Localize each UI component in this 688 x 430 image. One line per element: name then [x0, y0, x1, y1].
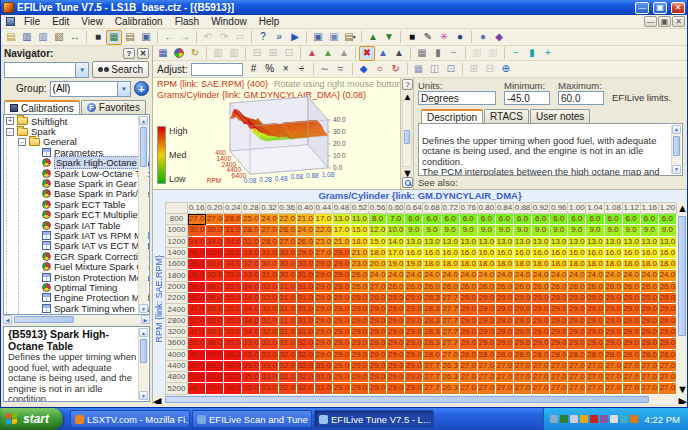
table-cell[interactable]: 24.0: [640, 270, 658, 281]
table-cell[interactable]: 29.0: [332, 383, 350, 394]
table-cell[interactable]: 29.0: [495, 304, 513, 315]
table-cell[interactable]: 29.0: [405, 360, 423, 371]
table-cell[interactable]: 24.0: [459, 270, 477, 281]
table-cell[interactable]: 26.0: [550, 281, 568, 292]
table-cell[interactable]: 34.0: [242, 281, 260, 292]
table-cell[interactable]: 9.0: [423, 225, 441, 236]
scroll-left-icon[interactable]: ◀: [153, 395, 161, 404]
back-icon[interactable]: ←: [161, 30, 177, 45]
table-cell[interactable]: 36.0: [206, 293, 224, 304]
scroll-down-icon[interactable]: ▼: [402, 167, 412, 176]
table-cell[interactable]: 18.0: [513, 259, 531, 270]
table-cell[interactable]: 6.0: [513, 214, 531, 225]
help-book-icon[interactable]: ◆: [491, 30, 507, 45]
table-cell[interactable]: 18.0: [495, 259, 513, 270]
table-cell[interactable]: 9.0: [568, 225, 586, 236]
remove-column-icon[interactable]: ⊟: [482, 62, 498, 77]
table-cell[interactable]: 29.0: [550, 338, 568, 349]
table-cell[interactable]: 18.0: [477, 259, 495, 270]
table-cell[interactable]: 29.0: [332, 259, 350, 270]
column-header[interactable]: 1.16: [640, 203, 658, 214]
table-cell[interactable]: 27.0: [513, 360, 531, 371]
table-cell[interactable]: 24.0: [441, 270, 459, 281]
table-horizontal-scrollbar[interactable]: ◀ ▶: [153, 395, 687, 404]
table-cell[interactable]: 29.0: [658, 304, 676, 315]
table-cell[interactable]: 29.0: [369, 383, 387, 394]
table-cell[interactable]: 36.0: [188, 338, 206, 349]
table-cell[interactable]: 26.3: [441, 372, 459, 383]
tree-item[interactable]: Spark ECT Table: [6, 199, 137, 209]
table-cell[interactable]: 33.0: [242, 247, 260, 258]
table-cell[interactable]: 36.0: [206, 338, 224, 349]
table-cell[interactable]: 35.0: [224, 293, 242, 304]
table-cell[interactable]: 29.0: [314, 293, 332, 304]
table-cell[interactable]: 18.0: [586, 259, 604, 270]
table-cell[interactable]: 39.0: [206, 360, 224, 371]
reset-region-icon[interactable]: ↻: [388, 62, 404, 77]
table-cell[interactable]: 26.0: [459, 281, 477, 292]
table-cell[interactable]: 29.0: [387, 372, 405, 383]
table-cell[interactable]: 15.0: [350, 225, 368, 236]
table-cell[interactable]: 24.0: [604, 270, 622, 281]
adjust-percent-icon[interactable]: %: [262, 62, 278, 77]
table-cell[interactable]: 27.0: [586, 372, 604, 383]
table-cell[interactable]: 9.0: [459, 225, 477, 236]
table-cell[interactable]: 9.0: [477, 225, 495, 236]
table-cell[interactable]: 33.0: [242, 338, 260, 349]
tree-item[interactable]: Spark Low-Octane Table: [6, 168, 137, 178]
table-cell[interactable]: 34.0: [188, 236, 206, 247]
scroll-up-icon[interactable]: ▲: [139, 328, 148, 337]
table-cell[interactable]: 29.0: [405, 372, 423, 383]
tab-user-notes[interactable]: User notes: [530, 109, 590, 123]
table-cell[interactable]: 29.0: [387, 315, 405, 326]
table-cell[interactable]: 17.0: [314, 214, 332, 225]
table-cell[interactable]: 6.0: [532, 214, 550, 225]
column-ops-icon[interactable]: ⊡: [281, 46, 297, 61]
table-cell[interactable]: 27.7: [423, 383, 441, 394]
table-cell[interactable]: 31.0: [314, 383, 332, 394]
row-select-icon[interactable]: ▮: [430, 46, 446, 61]
mdi-close-button[interactable]: ✕: [672, 16, 685, 27]
table-cell[interactable]: 30.0: [260, 259, 278, 270]
upload-icon[interactable]: ▲: [365, 30, 381, 45]
tray-signal-icon[interactable]: [560, 415, 568, 423]
table-cell[interactable]: 18.0: [604, 259, 622, 270]
table-cell[interactable]: 9.0: [441, 225, 459, 236]
table-cell[interactable]: 27.7: [423, 372, 441, 383]
column-header[interactable]: 0.16: [188, 203, 206, 214]
table-cell[interactable]: 32.0: [296, 360, 314, 371]
row-header[interactable]: 4000: [166, 349, 188, 360]
table-cell[interactable]: 27.7: [423, 360, 441, 371]
chevron-down-icon[interactable]: ▼: [75, 63, 88, 77]
tree-item[interactable]: Spark ECT Multiplier: [6, 210, 137, 220]
table-cell[interactable]: 29.0: [550, 304, 568, 315]
table-cell[interactable]: 16.0: [441, 247, 459, 258]
table-cell[interactable]: 27.0: [459, 360, 477, 371]
scroll-up-icon[interactable]: ▲: [139, 116, 148, 125]
adjust-divide-icon[interactable]: ÷: [294, 62, 310, 77]
table-cell[interactable]: 26.0: [423, 281, 441, 292]
search-button[interactable]: Search: [92, 61, 149, 78]
row-header[interactable]: 1200: [166, 236, 188, 247]
table-cell[interactable]: 29.0: [477, 293, 495, 304]
table-cell[interactable]: 13.0: [640, 236, 658, 247]
table-cell[interactable]: 29.0: [369, 326, 387, 337]
table-cell[interactable]: 27.7: [441, 326, 459, 337]
add-group-button[interactable]: +: [134, 81, 149, 96]
table-cell[interactable]: 21.0: [332, 236, 350, 247]
table-cell[interactable]: 27.0: [513, 372, 531, 383]
tree-item[interactable]: -Spark: [6, 126, 137, 136]
run-icon[interactable]: ▶: [287, 30, 303, 45]
table-cell[interactable]: 29.0: [314, 270, 332, 281]
table-cell[interactable]: 28.0: [586, 349, 604, 360]
column-header[interactable]: 0.64: [405, 203, 423, 214]
table-cell[interactable]: 24.0: [658, 270, 676, 281]
table-cell[interactable]: 31.0: [278, 293, 296, 304]
tree-item[interactable]: EGR Spark Correction: [6, 251, 137, 261]
table-cell[interactable]: 9.0: [513, 225, 531, 236]
scroll-down-icon[interactable]: ▼: [672, 165, 681, 174]
taskbar-clock[interactable]: 4:22 PM: [645, 414, 680, 425]
table-cell[interactable]: 29.0: [350, 315, 368, 326]
table-cell[interactable]: 24.0: [296, 225, 314, 236]
table-cell[interactable]: 29.0: [314, 338, 332, 349]
